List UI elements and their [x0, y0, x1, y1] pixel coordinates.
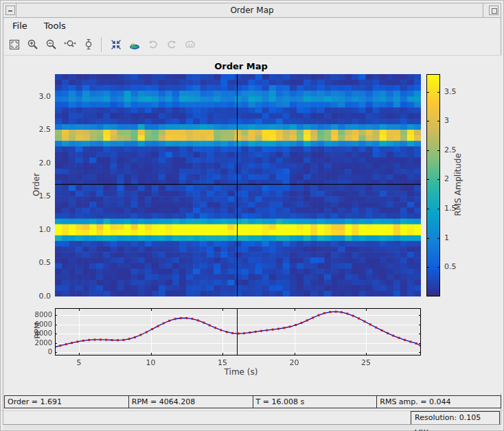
- rotate-ccw-button: [145, 36, 161, 53]
- pan-center-icon: [110, 38, 122, 51]
- data-brush-button: [182, 36, 198, 53]
- title-bar[interactable]: Order Map: [3, 3, 501, 18]
- toolbar: [4, 34, 500, 56]
- time-tick-label: 10: [141, 358, 161, 367]
- zoom-y-icon: [82, 38, 95, 51]
- colorbar-tick-label: 0.5: [444, 262, 457, 271]
- zoom-out-button[interactable]: [43, 36, 60, 53]
- figure-area: Order Map Order RMS Amplitude RPM Time (…: [4, 56, 501, 393]
- status-order-readout: Order = 1.691: [5, 396, 128, 408]
- rotate-cw-button: [163, 36, 180, 53]
- colorbar-tick-label: 2.5: [444, 145, 457, 154]
- colorbar-tick-label: 3.5: [444, 87, 457, 96]
- rpm-tick-label: 8000: [23, 311, 52, 318]
- zoom-y-button[interactable]: [80, 36, 97, 53]
- colormap-icon: [128, 38, 141, 51]
- zoom-in-button[interactable]: [25, 36, 41, 53]
- menu-bar: File Tools: [4, 19, 500, 33]
- order-map-window: Order Map File Tools: [0, 0, 504, 431]
- rpm-tick-label: 2000: [23, 339, 52, 347]
- order-map-canvas[interactable]: [55, 74, 421, 296]
- zoom-x-icon: [64, 38, 76, 51]
- colorbar-tick-label: 1: [444, 233, 449, 242]
- time-tick-label: 20: [284, 358, 305, 367]
- status-rpm-readout: RPM = 4064.208: [128, 396, 253, 408]
- order-tick-label: 2.5: [25, 125, 51, 134]
- status-rms-readout: RMS amp. = 0.044: [376, 396, 501, 408]
- order-axis-label: Order: [32, 143, 41, 226]
- maximize-button[interactable]: [489, 5, 499, 15]
- colormap-button[interactable]: [126, 36, 143, 53]
- menu-tools[interactable]: Tools: [38, 19, 71, 32]
- order-tick-label: 0.0: [25, 292, 51, 301]
- zoom-in-icon: [27, 38, 39, 51]
- rpm-tick-label: 4000: [23, 329, 52, 337]
- rpm-plot-canvas[interactable]: [55, 308, 421, 356]
- rpm-tick-label: 0: [23, 348, 52, 356]
- maximize-icon: [492, 8, 497, 14]
- time-tick-label: 25: [356, 358, 376, 367]
- status-time-readout: T = 16.008 s: [253, 396, 377, 408]
- window-title: Order Map: [3, 5, 501, 15]
- pan-center-button[interactable]: [108, 36, 124, 53]
- colorbar-tick-label: 2: [444, 174, 449, 183]
- rotate-ccw-icon: [147, 38, 159, 51]
- order-tick-label: 1.5: [25, 191, 51, 200]
- zoom-out-icon: [45, 38, 58, 51]
- resolution-readout: Resolution: 0.105 Ord.: [411, 411, 500, 425]
- time-tick-label: 15: [212, 358, 233, 367]
- window-bottom-edge[interactable]: [3, 424, 501, 430]
- time-axis-label: Time (s): [172, 367, 310, 377]
- colorbar-tick-label: 3: [444, 116, 449, 125]
- order-tick-label: 2.0: [25, 159, 51, 167]
- plot-title: Order Map: [172, 61, 310, 71]
- rotate-cw-icon: [165, 38, 178, 51]
- time-tick-label: 5: [69, 358, 89, 367]
- colorbar-canvas[interactable]: [426, 74, 440, 296]
- colorbar-tick-label: 1.5: [444, 204, 457, 213]
- rpm-tick-label: 6000: [23, 321, 52, 328]
- fit-view-icon: [8, 38, 21, 51]
- fit-view-button[interactable]: [6, 36, 23, 53]
- toolbar-separator: [101, 37, 102, 52]
- status-bar: Order = 1.691 RPM = 4064.208 T = 16.008 …: [4, 395, 501, 408]
- order-tick-label: 0.5: [25, 258, 51, 267]
- data-brush-icon: [184, 38, 196, 51]
- menu-file[interactable]: File: [7, 19, 33, 32]
- zoom-x-button[interactable]: [62, 36, 78, 53]
- order-tick-label: 1.0: [25, 225, 51, 234]
- order-tick-label: 3.0: [25, 92, 51, 101]
